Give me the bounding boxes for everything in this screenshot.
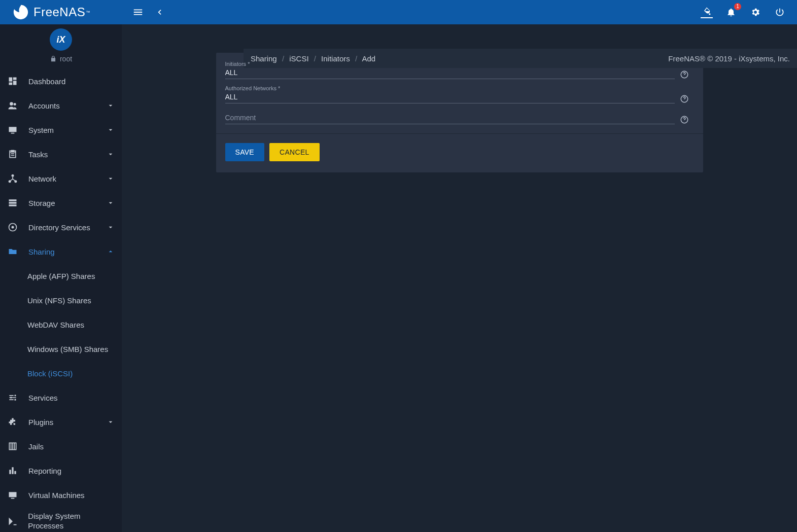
field-comment	[225, 113, 694, 124]
logo-icon	[12, 4, 29, 21]
chevron-down-icon	[107, 150, 115, 158]
menu-icon[interactable]	[132, 6, 144, 18]
notification-badge: 1	[734, 3, 741, 10]
sidebar-item-processes[interactable]: Display System Processes	[0, 507, 122, 532]
field-initiators: Initiators *	[225, 61, 694, 79]
sidebar-subitem-webdav[interactable]: WebDAV Shares	[0, 312, 122, 337]
sidebar-item-label: Plugins	[28, 418, 53, 427]
networks-input[interactable]	[225, 92, 675, 103]
system-icon	[7, 124, 18, 135]
chevron-down-icon	[107, 418, 115, 426]
sidebar-item-dashboard[interactable]: Dashboard	[0, 69, 122, 93]
avatar-circle: iX	[50, 28, 72, 51]
sidebar-item-label: System	[28, 126, 54, 134]
chevron-down-icon	[107, 101, 115, 110]
sidebar-item-label: Accounts	[28, 101, 60, 110]
sidebar-subitem-iscsi[interactable]: Block (iSCSI)	[0, 361, 122, 385]
svg-point-0	[18, 7, 19, 9]
svg-point-10	[14, 399, 16, 401]
main: Sharing / iSCSI / Initiators / Add FreeN…	[122, 24, 797, 532]
services-icon	[7, 392, 18, 403]
sidebar-item-system[interactable]: System	[0, 118, 122, 142]
chevron-up-icon	[107, 247, 115, 256]
network-icon	[7, 173, 18, 184]
svg-point-8	[12, 226, 14, 229]
user-name: root	[60, 55, 72, 63]
sidebar-item-vm[interactable]: Virtual Machines	[0, 483, 122, 507]
svg-point-3	[14, 103, 16, 105]
reporting-icon	[7, 465, 18, 476]
sidebar-item-storage[interactable]: Storage	[0, 191, 122, 215]
chevron-left-icon[interactable]	[153, 6, 165, 18]
field-label: Authorized Networks *	[225, 85, 694, 91]
cancel-button[interactable]: Cancel	[269, 143, 320, 161]
sidebar-item-sharing[interactable]: Sharing	[0, 239, 122, 264]
brand[interactable]: FreeNAS™	[0, 4, 122, 21]
help-icon[interactable]	[680, 115, 694, 124]
svg-point-1	[709, 13, 710, 15]
svg-point-4	[12, 174, 14, 177]
sidebar-subitem-smb[interactable]: Windows (SMB) Shares	[0, 337, 122, 361]
sidebar-item-label: Services	[28, 394, 58, 402]
vm-icon	[7, 489, 18, 501]
sidebar-item-tasks[interactable]: Tasks	[0, 142, 122, 166]
form-card: Initiators * Authorized Networks *	[216, 53, 703, 172]
sidebar-item-label: Dashboard	[28, 77, 65, 86]
tasks-icon	[7, 149, 18, 160]
plugins-icon	[7, 416, 18, 428]
help-icon[interactable]	[680, 70, 694, 79]
help-icon[interactable]	[680, 94, 694, 103]
lock-icon	[50, 55, 57, 62]
sidebar: iX root Dashboard Accounts System Tasks	[0, 24, 122, 532]
save-button[interactable]: Save	[225, 143, 265, 161]
initiators-input[interactable]	[225, 67, 675, 79]
sidebar-item-label: Storage	[28, 199, 55, 207]
notifications-icon[interactable]: 1	[725, 6, 737, 18]
field-label: Initiators *	[225, 61, 694, 67]
avatar: iX	[0, 24, 122, 52]
jails-icon	[7, 441, 18, 452]
sidebar-item-accounts[interactable]: Accounts	[0, 93, 122, 118]
user-row[interactable]: root	[0, 52, 122, 69]
topbar: FreeNAS™ 1	[0, 0, 797, 24]
storage-icon	[7, 197, 18, 208]
chevron-down-icon	[107, 199, 115, 207]
sidebar-item-label: Tasks	[28, 150, 48, 159]
sidebar-item-label: Network	[28, 174, 56, 183]
processes-icon	[7, 516, 18, 527]
chevron-down-icon	[107, 223, 115, 231]
sidebar-subitem-nfs[interactable]: Unix (NFS) Shares	[0, 288, 122, 312]
sidebar-item-reporting[interactable]: Reporting	[0, 458, 122, 483]
field-networks: Authorized Networks *	[225, 85, 694, 103]
brand-name: FreeNAS	[33, 5, 85, 19]
svg-point-11	[10, 397, 12, 398]
sharing-icon	[7, 246, 18, 257]
divider	[216, 133, 703, 134]
comment-input[interactable]	[225, 113, 675, 124]
sidebar-item-label: Virtual Machines	[28, 491, 85, 500]
sidebar-item-label: Sharing	[28, 247, 55, 256]
sidebar-item-label: Jails	[28, 442, 44, 451]
chevron-down-icon	[107, 174, 115, 183]
svg-point-2	[10, 102, 13, 105]
chevron-down-icon	[107, 126, 115, 134]
sidebar-item-services[interactable]: Services	[0, 385, 122, 410]
svg-point-9	[14, 395, 16, 396]
sidebar-item-network[interactable]: Network	[0, 166, 122, 191]
dashboard-icon	[7, 76, 18, 87]
sidebar-item-directory-services[interactable]: Directory Services	[0, 215, 122, 239]
brand-tm: ™	[86, 10, 90, 15]
sidebar-item-label: Reporting	[28, 467, 61, 475]
theme-icon[interactable]	[701, 6, 713, 18]
sidebar-item-label: Directory Services	[28, 223, 90, 232]
sidebar-item-plugins[interactable]: Plugins	[0, 410, 122, 434]
sidebar-item-jails[interactable]: Jails	[0, 434, 122, 458]
sidebar-item-label: Display System Processes	[28, 512, 115, 531]
power-icon[interactable]	[774, 6, 786, 18]
directory-icon	[7, 222, 18, 233]
accounts-icon	[7, 100, 18, 111]
settings-icon[interactable]	[749, 6, 761, 18]
sidebar-subitem-afp[interactable]: Apple (AFP) Shares	[0, 264, 122, 288]
